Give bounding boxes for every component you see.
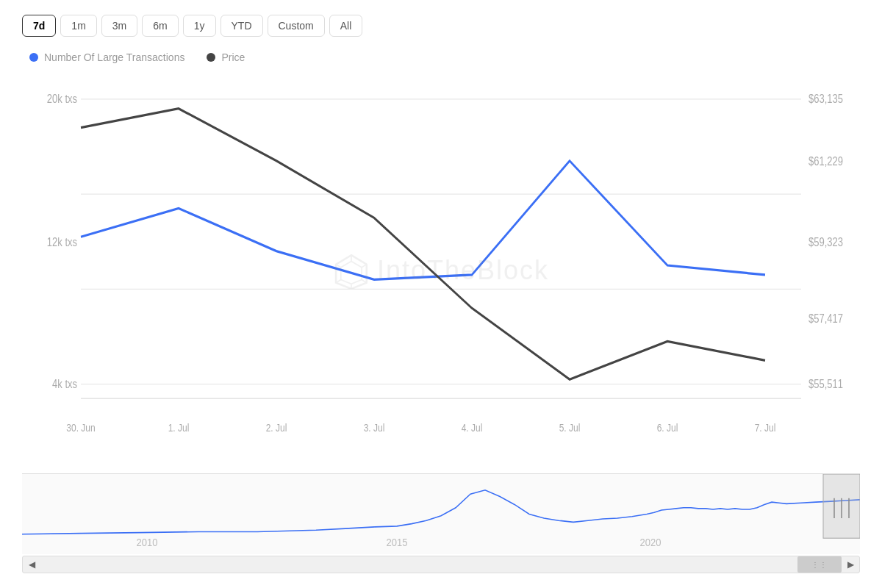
svg-text:30. Jun: 30. Jun	[66, 421, 95, 434]
svg-text:4. Jul: 4. Jul	[462, 421, 483, 434]
svg-text:5. Jul: 5. Jul	[559, 421, 581, 434]
chart-legend: Number Of Large Transactions Price	[22, 51, 860, 63]
btn-all[interactable]: All	[329, 15, 363, 37]
main-chart-svg: 20k txs 12k txs 4k txs $63,135 $61,229 $…	[22, 71, 860, 470]
scroll-track[interactable]: ⋮⋮	[40, 556, 842, 573]
scroll-thumb[interactable]: ⋮⋮	[797, 556, 842, 573]
mini-chart-svg: 2010 2015 2020	[22, 474, 860, 554]
svg-text:6. Jul: 6. Jul	[657, 421, 678, 434]
svg-text:$61,229: $61,229	[808, 154, 843, 168]
svg-text:$59,323: $59,323	[808, 235, 843, 249]
svg-text:3. Jul: 3. Jul	[364, 421, 385, 434]
svg-text:2020: 2020	[640, 537, 662, 549]
svg-text:$63,135: $63,135	[808, 91, 843, 105]
btn-3m[interactable]: 3m	[101, 15, 137, 37]
svg-text:2015: 2015	[387, 537, 408, 549]
btn-7d[interactable]: 7d	[22, 15, 56, 37]
svg-text:7. Jul: 7. Jul	[755, 421, 776, 434]
svg-text:$55,511: $55,511	[808, 376, 843, 390]
time-range-bar: 7d 1m 3m 6m 1y YTD Custom All	[22, 15, 860, 37]
legend-dot-blue	[29, 53, 38, 62]
main-chart-area: IntoTheBlock 20k txs 12k txs 4k txs $63,…	[22, 71, 860, 470]
btn-1y[interactable]: 1y	[183, 15, 216, 37]
legend-label-price: Price	[221, 51, 245, 63]
scroll-left-arrow[interactable]: ◀	[23, 556, 40, 573]
legend-label-transactions: Number Of Large Transactions	[44, 51, 184, 63]
svg-text:1. Jul: 1. Jul	[168, 421, 190, 434]
scrollbar[interactable]: ◀ ⋮⋮ ▶	[22, 556, 860, 573]
mini-chart-area: 2010 2015 2020	[22, 473, 860, 554]
legend-dot-dark	[207, 53, 215, 62]
svg-text:2010: 2010	[137, 537, 158, 549]
chart-wrapper: IntoTheBlock 20k txs 12k txs 4k txs $63,…	[22, 71, 860, 573]
svg-text:2. Jul: 2. Jul	[266, 421, 287, 434]
svg-text:20k txs: 20k txs	[47, 91, 77, 105]
legend-transactions: Number Of Large Transactions	[29, 51, 184, 63]
btn-ytd[interactable]: YTD	[220, 15, 263, 37]
btn-custom[interactable]: Custom	[268, 15, 325, 37]
main-container: 7d 1m 3m 6m 1y YTD Custom All Number Of …	[0, 0, 882, 588]
scroll-right-arrow[interactable]: ▶	[842, 556, 859, 573]
svg-text:$57,417: $57,417	[808, 311, 843, 325]
svg-text:4k txs: 4k txs	[52, 376, 77, 390]
btn-6m[interactable]: 6m	[142, 15, 178, 37]
legend-price: Price	[207, 51, 245, 63]
svg-text:12k txs: 12k txs	[47, 235, 77, 249]
btn-1m[interactable]: 1m	[60, 15, 96, 37]
scroll-thumb-handle: ⋮⋮	[811, 561, 828, 569]
